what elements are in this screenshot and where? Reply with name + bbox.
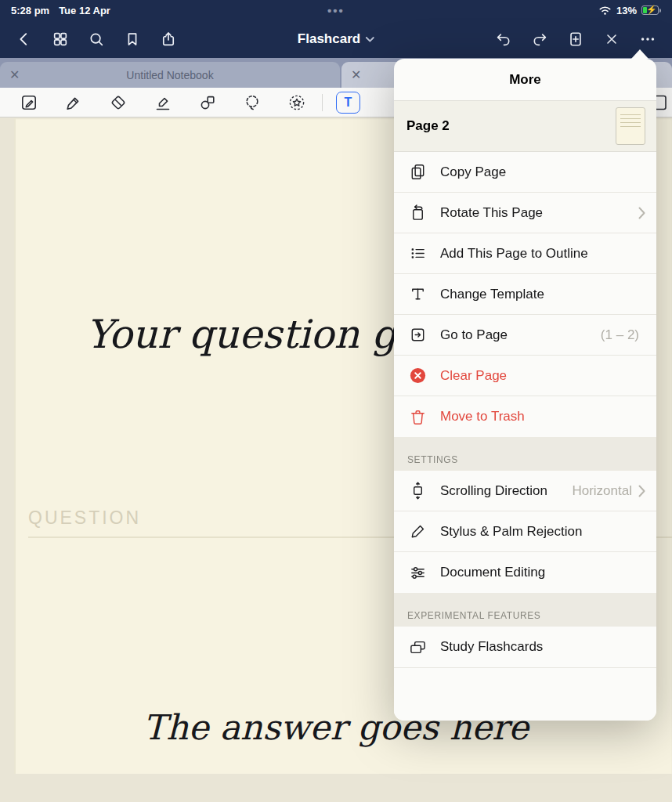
eraser-tool[interactable]: [96, 88, 140, 117]
page-2-row[interactable]: Page 2: [394, 100, 656, 152]
date-text: Tue 12 Apr: [59, 5, 110, 16]
sticker-star-icon: [287, 93, 306, 112]
menu-label: Copy Page: [440, 164, 645, 180]
menu-label: Change Template: [440, 287, 645, 302]
menu-item-scrolling-direction[interactable]: Scrolling Direction Horizontal: [394, 471, 656, 511]
pen-icon: [64, 93, 83, 112]
scrolling-direction-value: Horizontal: [572, 483, 632, 499]
go-to-page-icon: [407, 324, 428, 345]
status-left: 5:28 pm Tue 12 Apr: [11, 5, 110, 16]
menu-label: Rotate This Page: [440, 205, 638, 221]
change-template-icon: [407, 284, 428, 305]
menu-label: Study Flashcards: [440, 639, 645, 655]
status-bar: 5:28 pm Tue 12 Apr ••• 13% ⚡: [0, 0, 672, 20]
menu-label: Clear Page: [440, 368, 645, 384]
search-button[interactable]: [78, 23, 114, 55]
sliders-icon: [407, 562, 428, 583]
document-title-text: Flashcard: [298, 31, 360, 47]
menu-label: Scrolling Direction: [440, 483, 572, 499]
clock-text: 5:28 pm: [11, 5, 49, 16]
thumbnails-button[interactable]: [42, 23, 78, 55]
multitask-dots[interactable]: •••: [327, 4, 345, 17]
menu-item-stylus-palm-rejection[interactable]: Stylus & Palm Rejection: [394, 511, 656, 552]
menu-item-clear-page[interactable]: Clear Page: [394, 356, 656, 396]
document-title[interactable]: Flashcard: [298, 31, 374, 47]
bookmark-icon: [124, 31, 141, 48]
more-popup: More Page 2 Copy Page Rotate This Page: [394, 49, 656, 721]
copy-page-icon: [407, 161, 428, 182]
back-chevron-icon: [16, 31, 33, 48]
add-page-icon: [567, 31, 584, 48]
question-label: QUESTION: [28, 508, 141, 529]
search-icon: [88, 31, 105, 48]
rotate-page-icon: [407, 202, 428, 223]
chevron-right-icon: [638, 207, 645, 219]
menu-item-add-to-outline[interactable]: Add This Page to Outline: [394, 233, 656, 274]
wifi-icon: [598, 5, 612, 16]
redo-icon: [531, 31, 548, 48]
battery-percent: 13%: [616, 5, 637, 16]
menu-label: Move to Trash: [440, 409, 645, 424]
back-button[interactable]: [6, 23, 42, 55]
status-right: 13% ⚡: [598, 5, 661, 16]
page-2-label: Page 2: [406, 118, 450, 134]
popup-footer-space: [394, 667, 656, 721]
stylus-icon: [407, 521, 428, 542]
stickers-tool[interactable]: [274, 88, 319, 117]
toolbar-divider: [322, 94, 323, 111]
menu-item-change-template[interactable]: Change Template: [394, 274, 656, 315]
tab-untitled-notebook[interactable]: ✕ Untitled Notebook: [0, 62, 340, 88]
settings-section-header: SETTINGS: [394, 437, 656, 471]
eraser-icon: [109, 93, 128, 112]
page-range-detail: (1 – 2): [601, 327, 639, 343]
outline-list-icon: [407, 243, 428, 264]
menu-item-study-flashcards[interactable]: Study Flashcards: [394, 627, 656, 667]
menu-item-go-to-page[interactable]: Go to Page (1 – 2): [394, 315, 656, 356]
menu-item-rotate-page[interactable]: Rotate This Page: [394, 193, 656, 233]
tab1-title: Untitled Notebook: [23, 69, 316, 81]
share-icon: [160, 31, 177, 48]
menu-item-copy-page[interactable]: Copy Page: [394, 152, 656, 193]
app-screen: 5:28 pm Tue 12 Apr ••• 13% ⚡: [0, 0, 672, 802]
menu-label: Add This Page to Outline: [440, 246, 645, 262]
menu-label: Go to Page: [440, 327, 601, 343]
nav-left-group: [6, 23, 186, 55]
panel-pen-icon: [20, 93, 38, 112]
menu-item-move-to-trash[interactable]: Move to Trash: [394, 396, 656, 437]
share-button[interactable]: [150, 23, 186, 55]
toolbar-collapse-button[interactable]: [6, 88, 51, 117]
lasso-icon: [243, 93, 262, 112]
page-thumbnail: [616, 107, 645, 145]
clear-page-icon: [407, 365, 428, 386]
more-ellipsis-icon: [639, 31, 656, 48]
undo-icon: [495, 31, 512, 48]
shapes-icon: [198, 93, 217, 112]
menu-label: Document Editing: [440, 565, 645, 580]
question-handwriting: Your question g: [86, 312, 397, 357]
tab2-close-icon[interactable]: ✕: [341, 69, 370, 81]
popup-arrow: [631, 49, 649, 59]
highlighter-icon: [154, 93, 172, 112]
highlighter-tool[interactable]: [140, 88, 185, 117]
experimental-section-header: EXPERIMENTAL FEATURES: [394, 593, 656, 627]
trash-icon: [407, 406, 428, 428]
close-icon: [604, 31, 620, 47]
bookmark-button[interactable]: [114, 23, 150, 55]
chevron-right-icon: [638, 485, 645, 497]
shapes-tool[interactable]: [185, 88, 229, 117]
text-tool-selected[interactable]: T: [336, 92, 360, 114]
chevron-down-icon: [366, 37, 374, 42]
menu-item-document-editing[interactable]: Document Editing: [394, 552, 656, 593]
popup-body: More Page 2 Copy Page Rotate This Page: [394, 59, 656, 721]
scrolling-direction-icon: [407, 480, 428, 501]
pen-tool[interactable]: [51, 88, 96, 117]
popup-title: More: [394, 59, 656, 100]
battery-icon: ⚡: [641, 5, 661, 15]
grid-icon: [52, 31, 69, 48]
flashcards-icon: [407, 637, 428, 658]
menu-label: Stylus & Palm Rejection: [440, 524, 645, 540]
lasso-tool[interactable]: [229, 88, 274, 117]
